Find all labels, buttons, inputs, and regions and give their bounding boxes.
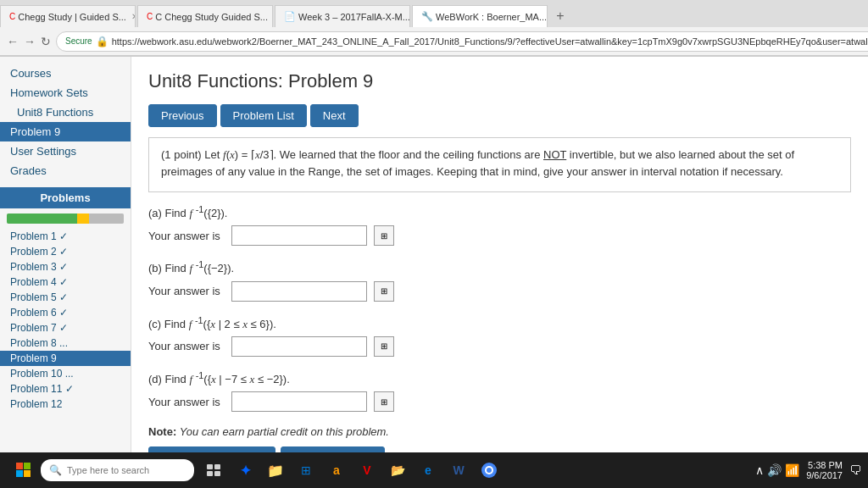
part-c-input[interactable] [231, 336, 367, 357]
tab-webwork[interactable]: 🔧 WeBWorK : Boerner_MA... ✕ [412, 5, 548, 27]
progress-gray [89, 214, 124, 224]
page-title: Unit8 Functions: Problem 9 [148, 70, 851, 92]
part-b-answer-label: Your answer is [148, 285, 225, 297]
progress-bar [7, 214, 124, 224]
url-text: https://webwork.asu.edu/webwork2/Boerner… [112, 36, 868, 47]
progress-bar-container [0, 212, 131, 229]
part-b-answer-row: Your answer is ⊞ [148, 281, 851, 302]
sidebar-item-problem6[interactable]: Problem 6 ✓ [0, 305, 131, 320]
taskbar: 🔍 ✦ 📁 ⊞ a V 📂 e [0, 452, 868, 453]
close-icon[interactable]: ✕ [131, 12, 136, 21]
sidebar-homework-sets[interactable]: Homework Sets [0, 83, 131, 103]
tab-week3[interactable]: 📄 Week 3 – 2017FallA-X-M... ✕ [275, 5, 410, 27]
sidebar-problem9[interactable]: Problem 9 [0, 122, 131, 141]
progress-yellow [77, 214, 89, 224]
forward-button[interactable]: → [24, 31, 36, 52]
sidebar-item-problem12[interactable]: Problem 12 [0, 396, 131, 412]
tab-bar: C Chegg Study | Guided S... ✕ C C Chegg … [0, 0, 868, 27]
sidebar-item-problem1[interactable]: Problem 1 ✓ [0, 229, 131, 244]
previous-button[interactable]: Previous [148, 104, 217, 127]
part-b-matrix-button[interactable]: ⊞ [374, 281, 394, 302]
part-d-matrix-button[interactable]: ⊞ [374, 391, 394, 412]
part-d-answer-label: Your answer is [148, 396, 225, 408]
sidebar-item-problem2[interactable]: Problem 2 ✓ [0, 244, 131, 259]
next-button[interactable]: Next [310, 104, 359, 127]
note-text: You can earn partial credit on this prob… [180, 425, 389, 438]
part-a-matrix-button[interactable]: ⊞ [374, 225, 394, 246]
browser-chrome: C Chegg Study | Guided S... ✕ C C Chegg … [0, 0, 868, 57]
content-area: Unit8 Functions: Problem 9 Previous Prob… [131, 57, 868, 453]
part-c-matrix-button[interactable]: ⊞ [374, 336, 394, 357]
sidebar-user-settings[interactable]: User Settings [0, 141, 131, 161]
url-box[interactable]: Secure 🔒 https://webwork.asu.edu/webwork… [56, 31, 868, 52]
problems-header: Problems [0, 187, 131, 208]
part-b-label: (b) Find f -1({−2}). [148, 259, 851, 275]
part-d: (d) Find f -1({x | −7 ≤ x ≤ −2}). Your a… [148, 370, 851, 412]
part-a-answer-row: Your answer is ⊞ [148, 225, 851, 246]
sidebar-unit8[interactable]: Unit8 Functions [0, 103, 131, 122]
sidebar-courses[interactable]: Courses [0, 64, 131, 83]
sidebar-item-problem4[interactable]: Problem 4 ✓ [0, 274, 131, 290]
part-b: (b) Find f -1({−2}). Your answer is ⊞ [148, 259, 851, 301]
part-a-answer-label: Your answer is [148, 230, 225, 242]
problem-text: (1 point) Let f(x) = ⌈x/3⌉. We learned t… [161, 147, 838, 180]
new-tab-button[interactable]: + [549, 5, 571, 27]
sidebar: Courses Homework Sets Unit8 Functions Pr… [0, 57, 131, 453]
nav-buttons: Previous Problem List Next [148, 104, 851, 127]
part-d-answer-row: Your answer is ⊞ [148, 391, 851, 412]
address-bar: ← → ↻ Secure 🔒 https://webwork.asu.edu/w… [0, 27, 868, 56]
main-layout: Courses Homework Sets Unit8 Functions Pr… [0, 57, 868, 453]
part-a-label: (a) Find f -1({2}). [148, 204, 851, 220]
part-c: (c) Find f -1({x | 2 ≤ x ≤ 6}). Your ans… [148, 315, 851, 357]
refresh-button[interactable]: ↻ [41, 31, 51, 52]
part-d-input[interactable] [231, 391, 367, 412]
back-button[interactable]: ← [7, 31, 19, 52]
sidebar-item-problem5[interactable]: Problem 5 ✓ [0, 290, 131, 305]
part-a-input[interactable] [231, 225, 367, 246]
problem-box: (1 point) Let f(x) = ⌈x/3⌉. We learned t… [148, 137, 851, 192]
sidebar-item-problem9[interactable]: Problem 9 [0, 351, 131, 366]
tab-chegg-2[interactable]: C C Chegg Study Guided S... ✕ [137, 5, 273, 27]
secure-label: Secure [65, 36, 92, 46]
sidebar-item-problem11[interactable]: Problem 11 ✓ [0, 381, 131, 396]
part-a: (a) Find f -1({2}). Your answer is ⊞ [148, 204, 851, 246]
tab-chegg-1[interactable]: C Chegg Study | Guided S... ✕ [0, 5, 136, 27]
note-label: Note: [148, 425, 176, 438]
sidebar-item-problem10[interactable]: Problem 10 ... [0, 366, 131, 381]
sidebar-item-problem7[interactable]: Problem 7 ✓ [0, 320, 131, 336]
part-d-label: (d) Find f -1({x | −7 ≤ x ≤ −2}). [148, 370, 851, 386]
part-c-label: (c) Find f -1({x | 2 ≤ x ≤ 6}). [148, 315, 851, 331]
note-section: Note: You can earn partial credit on thi… [148, 425, 851, 438]
part-b-input[interactable] [231, 281, 367, 302]
sidebar-grades[interactable]: Grades [0, 161, 131, 180]
part-c-answer-row: Your answer is ⊞ [148, 336, 851, 357]
progress-green [7, 214, 77, 224]
part-c-answer-label: Your answer is [148, 340, 225, 352]
sidebar-item-problem8[interactable]: Problem 8 ... [0, 336, 131, 351]
sidebar-item-problem3[interactable]: Problem 3 ✓ [0, 259, 131, 274]
problem-list-button[interactable]: Problem List [220, 104, 307, 127]
